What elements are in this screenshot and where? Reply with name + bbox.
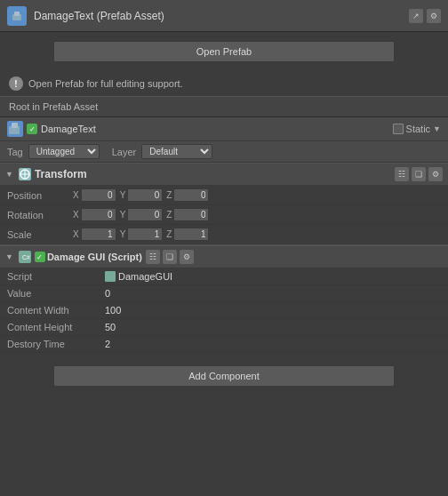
external-link-icon[interactable]: ↗ xyxy=(409,9,423,23)
transform-maximize-icon[interactable]: ❏ xyxy=(412,167,426,181)
warning-row: ! Open Prefab for full editing support. xyxy=(0,71,448,96)
scale-x-input[interactable] xyxy=(81,228,116,241)
add-component-section: Add Component xyxy=(0,356,448,396)
layer-select[interactable]: Default xyxy=(141,144,212,159)
rot-y-axis-label: Y xyxy=(120,210,126,220)
position-x-input[interactable] xyxy=(81,188,116,202)
active-checkbox[interactable]: ✓ xyxy=(27,124,37,134)
content-height-row: Content Height 50 xyxy=(0,319,448,336)
rotation-x-input[interactable] xyxy=(81,208,116,221)
script-component-header: ▼ C# ✓ Damage GUI (Script) ☷ ❏ ⚙ xyxy=(0,244,448,268)
value-label: Value xyxy=(7,288,105,299)
script-active-checkbox[interactable]: ✓ xyxy=(35,252,45,262)
content-height-value: 50 xyxy=(105,322,116,332)
position-xyz: X Y Z xyxy=(73,188,441,202)
tag-select[interactable]: Untagged xyxy=(28,144,100,159)
content-width-label: Content Width xyxy=(7,305,105,316)
z-axis-label: Z xyxy=(166,190,172,200)
transform-reference-icon[interactable]: ☷ xyxy=(395,167,409,181)
rotation-xyz: X Y Z xyxy=(73,208,441,221)
script-component-icon: C# xyxy=(19,251,31,263)
scale-row: Scale X Y Z xyxy=(0,225,448,244)
static-checkbox[interactable] xyxy=(393,124,404,134)
script-foldout[interactable]: ▼ xyxy=(5,252,13,261)
position-x-field: X xyxy=(73,188,116,202)
script-actions: ☷ ❏ ⚙ xyxy=(146,250,194,264)
tag-layer-row: Tag Untagged Layer Default xyxy=(0,141,448,163)
object-icon xyxy=(7,121,23,137)
object-name: DamageText xyxy=(41,124,389,134)
warning-icon: ! xyxy=(9,76,23,91)
prefab-icon xyxy=(7,6,27,26)
script-reference-icon[interactable]: ☷ xyxy=(146,250,160,264)
script-settings-icon[interactable]: ⚙ xyxy=(180,250,194,264)
rot-x-axis-label: X xyxy=(73,210,79,220)
static-dropdown-arrow[interactable]: ▼ xyxy=(433,124,441,133)
destory-time-value: 2 xyxy=(105,339,110,349)
rotation-row: Rotation X Y Z xyxy=(0,205,448,225)
scl-z-axis-label: Z xyxy=(166,229,172,239)
transform-icon xyxy=(19,168,31,180)
transform-actions: ☷ ❏ ⚙ xyxy=(395,167,443,181)
scl-x-axis-label: X xyxy=(73,229,79,239)
object-row: ✓ DamageText Static ▼ xyxy=(0,117,448,141)
top-bar-actions: ↗ ⚙ xyxy=(409,9,441,23)
rotation-z-field: Z xyxy=(166,208,209,221)
transform-foldout[interactable]: ▼ xyxy=(5,170,13,179)
position-z-field: Z xyxy=(166,188,209,202)
destory-time-row: Destory Time 2 xyxy=(0,336,448,353)
open-prefab-button[interactable]: Open Prefab xyxy=(53,41,395,62)
script-maximize-icon[interactable]: ❏ xyxy=(163,250,177,264)
script-file-value: DamageGUI xyxy=(105,271,172,282)
script-file-icon xyxy=(105,271,116,282)
transform-settings-icon[interactable]: ⚙ xyxy=(428,167,443,181)
add-component-button[interactable]: Add Component xyxy=(53,365,395,387)
transform-title: Transform xyxy=(35,168,391,180)
top-bar: DamageText (Prefab Asset) ↗ ⚙ xyxy=(0,0,448,32)
scale-z-input[interactable] xyxy=(173,228,209,241)
rotation-y-field: Y xyxy=(120,208,164,221)
y-axis-label: Y xyxy=(120,190,126,200)
scale-z-field: Z xyxy=(166,228,209,241)
destory-time-label: Destory Time xyxy=(7,339,105,349)
warning-text: Open Prefab for full editing support. xyxy=(28,78,183,89)
position-row: Position X Y Z xyxy=(0,186,448,205)
position-z-input[interactable] xyxy=(173,188,209,202)
script-file-row: Script DamageGUI xyxy=(0,268,448,285)
scale-xyz: X Y Z xyxy=(73,228,441,241)
svg-rect-3 xyxy=(12,123,18,128)
settings-icon[interactable]: ⚙ xyxy=(427,9,441,23)
position-y-field: Y xyxy=(120,188,164,202)
content-width-row: Content Width 100 xyxy=(0,302,448,319)
scale-y-input[interactable] xyxy=(127,228,163,241)
rotation-y-input[interactable] xyxy=(127,208,163,221)
value-value: 0 xyxy=(105,288,110,299)
rotation-x-field: X xyxy=(73,208,116,221)
tag-label: Tag xyxy=(7,147,23,157)
scale-x-field: X xyxy=(73,228,116,241)
value-row: Value 0 xyxy=(0,285,448,302)
open-prefab-section: Open Prefab xyxy=(0,32,448,71)
x-axis-label: X xyxy=(73,190,79,200)
static-toggle[interactable]: Static ▼ xyxy=(393,124,441,134)
scale-label: Scale xyxy=(7,229,69,240)
rot-z-axis-label: Z xyxy=(166,210,172,220)
position-y-input[interactable] xyxy=(127,188,163,202)
transform-header: ▼ Transform ☷ ❏ ⚙ xyxy=(0,163,448,186)
layer-label: Layer xyxy=(112,147,137,157)
scl-y-axis-label: Y xyxy=(120,229,126,239)
window-title: DamageText (Prefab Asset) xyxy=(34,10,409,22)
content-width-value: 100 xyxy=(105,305,121,316)
scale-y-field: Y xyxy=(120,228,164,241)
position-label: Position xyxy=(7,190,69,201)
root-label: Root in Prefab Asset xyxy=(0,96,448,117)
svg-rect-1 xyxy=(14,12,20,16)
script-file-name: DamageGUI xyxy=(118,271,172,282)
script-title-group: ✓ Damage GUI (Script) xyxy=(35,252,142,262)
rotation-z-input[interactable] xyxy=(173,208,209,221)
static-label-text: Static xyxy=(406,124,431,134)
script-title: Damage GUI (Script) xyxy=(47,252,142,262)
script-prop-label: Script xyxy=(7,271,105,282)
svg-text:C#: C# xyxy=(22,254,30,260)
rotation-label: Rotation xyxy=(7,210,69,220)
